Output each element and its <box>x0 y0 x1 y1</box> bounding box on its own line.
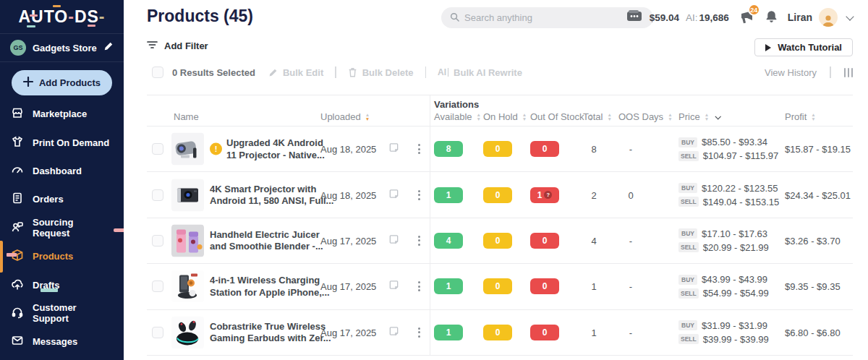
sort-icon: ▲▼ <box>477 113 481 121</box>
on-hold-badge[interactable]: 0 <box>483 278 512 294</box>
column-header-on-hold[interactable]: On Hold▲▼ <box>483 111 527 122</box>
note-icon[interactable] <box>388 233 399 247</box>
product-image[interactable] <box>171 179 204 211</box>
note-icon[interactable] <box>388 142 399 156</box>
on-hold-badge[interactable]: 0 <box>483 233 512 249</box>
product-name[interactable]: Handheld Electric Juicer and Smoothie Bl… <box>210 228 334 252</box>
oos-days: - <box>620 281 642 292</box>
column-header-available[interactable]: Available▲▼ <box>434 111 481 122</box>
note-icon[interactable] <box>388 280 399 293</box>
out-of-stock-badge[interactable]: 0 <box>530 233 559 249</box>
global-search[interactable] <box>441 7 653 28</box>
profit-range: $3.26 - $3.70 <box>785 235 841 246</box>
out-of-stock-badge[interactable]: 1? <box>530 187 559 203</box>
profit-range: $24.34 - $25.01 <box>785 189 851 200</box>
sidebar-item-dashboard[interactable]: Dashboard <box>0 157 124 185</box>
column-header-profit[interactable]: Profit▲▼ <box>785 111 816 122</box>
on-hold-badge[interactable]: 0 <box>483 187 512 203</box>
add-filter-button[interactable]: Add Filter <box>147 40 208 51</box>
row-checkbox[interactable] <box>152 189 163 201</box>
row-menu-button[interactable] <box>416 188 422 202</box>
row-checkbox[interactable] <box>152 327 163 338</box>
available-badge[interactable]: 4 <box>434 233 463 249</box>
search-input[interactable] <box>464 12 644 23</box>
sell-label: SELL <box>678 197 699 207</box>
columns-settings-icon[interactable] <box>844 68 854 77</box>
on-hold-badge[interactable]: 0 <box>483 141 512 157</box>
column-header-uploaded[interactable]: Uploaded▲▼ <box>320 111 370 122</box>
column-header-total[interactable]: Total▲▼ <box>583 111 612 122</box>
bulk-ai-rewrite-button[interactable]: AI Bulk AI Rewrite <box>438 67 522 78</box>
ai-icon: AI <box>438 68 448 77</box>
buy-label: BUY <box>678 320 697 330</box>
oos-info-icon[interactable]: ? <box>544 191 552 199</box>
row-checkbox[interactable] <box>152 143 163 155</box>
account-balance[interactable]: $59.04 <box>650 12 679 23</box>
buy-price: $120.22 - $123.55 <box>702 183 778 194</box>
on-hold-badge[interactable]: 0 <box>483 325 512 340</box>
bulk-delete-button[interactable]: Bulk Delete <box>348 67 414 78</box>
column-header-name[interactable]: Name <box>174 111 199 122</box>
product-name[interactable]: 4K Smart Projector with Android 11, 580 … <box>210 183 334 207</box>
available-badge[interactable]: 1 <box>434 187 463 203</box>
row-menu-button[interactable] <box>416 233 422 248</box>
row-menu-button[interactable] <box>416 142 422 156</box>
chevron-down-icon[interactable] <box>846 12 854 20</box>
row-checkbox[interactable] <box>152 235 163 247</box>
price-dropdown-icon <box>715 113 721 119</box>
sidebar-item-orders[interactable]: Orders <box>0 185 124 213</box>
product-image[interactable] <box>171 316 204 348</box>
note-icon[interactable] <box>388 325 399 339</box>
view-history-button[interactable]: View History <box>765 67 817 78</box>
wallet-icon[interactable] <box>626 9 643 25</box>
product-image[interactable] <box>171 270 204 303</box>
app-logo[interactable]: AUTO-DS- <box>0 0 124 34</box>
announcements-button[interactable]: 24 <box>739 8 757 27</box>
sidebar-item-products[interactable]: Products <box>0 242 124 270</box>
sidebar-item-messages[interactable]: Messages <box>0 327 124 356</box>
bulk-actions-bar: 0 Results Selected Bulk Edit Bulk Delete… <box>124 67 868 81</box>
logo-text: AUTO-DS- <box>18 7 105 27</box>
bulk-edit-button[interactable]: Bulk Edit <box>268 67 323 78</box>
sidebar-item-sourcing-request[interactable]: Sourcing Request <box>0 214 124 242</box>
ai-credits-label: AI: <box>686 12 698 23</box>
divider <box>830 67 831 78</box>
total-variations: 2 <box>579 189 608 200</box>
product-name[interactable]: 4-in-1 Wireless Charging Station for App… <box>210 275 334 299</box>
oos-days: - <box>620 235 642 246</box>
watch-tutorial-button[interactable]: Watch Tutorial <box>754 38 853 56</box>
bell-icon[interactable] <box>764 9 779 27</box>
available-badge[interactable]: 1 <box>434 278 463 294</box>
out-of-stock-badge[interactable]: 0 <box>530 141 559 157</box>
note-icon[interactable] <box>388 188 399 202</box>
sidebar-item-marketplace[interactable]: Marketplace <box>0 100 124 128</box>
sidebar-item-drafts[interactable]: Drafts <box>0 270 124 299</box>
row-menu-button[interactable] <box>416 325 422 340</box>
row-checkbox[interactable] <box>152 280 163 292</box>
user-name[interactable]: Liran <box>788 12 812 23</box>
warning-icon[interactable]: ! <box>210 143 222 155</box>
product-name[interactable]: Cobrastrike True Wireless Gaming Earbuds… <box>210 320 334 344</box>
avatar[interactable] <box>819 8 838 27</box>
product-image[interactable] <box>171 133 204 166</box>
sidebar-item-customer-support[interactable]: Customer Support <box>0 299 124 327</box>
out-of-stock-badge[interactable]: 0 <box>530 325 559 340</box>
row-menu-button[interactable] <box>416 279 422 293</box>
product-name[interactable]: ! Upgraded 4K Android 11 Projector - Nat… <box>210 137 334 161</box>
notification-count-badge: 24 <box>748 4 760 16</box>
available-badge[interactable]: 8 <box>434 141 463 157</box>
available-badge[interactable]: 1 <box>434 325 463 340</box>
product-image[interactable] <box>171 224 204 257</box>
store-selector[interactable]: GS Gadgets Store <box>0 34 124 62</box>
sidebar-item-print-on-demand[interactable]: Print On Demand <box>0 128 124 156</box>
profit-range: $15.87 - $19.15 <box>785 144 851 155</box>
out-of-stock-badge[interactable]: 0 <box>530 278 559 294</box>
column-header-price[interactable]: Price▲▼ <box>678 111 720 122</box>
add-products-button[interactable]: Add Products <box>12 70 112 95</box>
select-all-checkbox[interactable] <box>152 67 163 78</box>
sell-price: $20.99 - $21.99 <box>703 242 769 253</box>
edit-store-icon[interactable] <box>103 41 114 54</box>
column-group-variations: Variations <box>434 99 479 110</box>
ai-credits-value[interactable]: 19,686 <box>699 12 728 23</box>
column-header-oos-days[interactable]: OOS Days▲▼ <box>618 111 673 122</box>
